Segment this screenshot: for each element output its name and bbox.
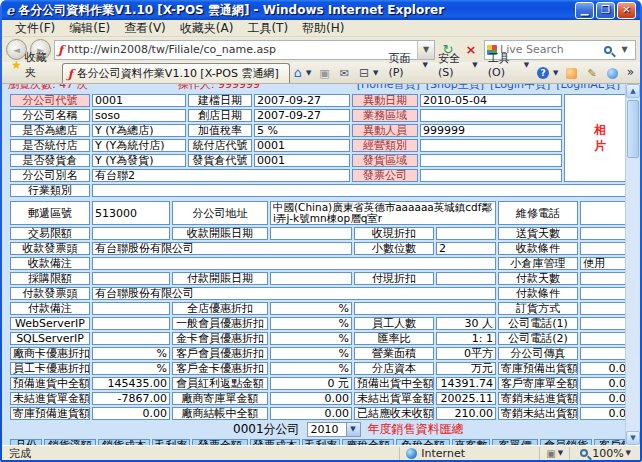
close-button[interactable]: ✕ xyxy=(617,2,636,19)
nav-link[interactable]: [Home首頁] xyxy=(357,84,420,91)
nav-link[interactable]: [LoginAE頁] xyxy=(556,84,620,91)
form-value-cell[interactable] xyxy=(420,169,562,182)
active-tab[interactable]: ƒ 各分公司資料作業V1.10 [X-POS 雲通網] xyxy=(62,63,290,83)
toolbar-button-mail[interactable]: ✉ xyxy=(336,66,355,83)
form-value-cell[interactable]: 2010-05-04 xyxy=(420,94,562,107)
toolbar-button-safety[interactable]: 安全(S)▼ xyxy=(432,49,482,83)
form-value-cell[interactable]: % xyxy=(92,362,170,375)
form-value-cell[interactable] xyxy=(92,302,170,315)
search-icon[interactable] xyxy=(604,46,612,54)
chevron-down-icon[interactable]: ▼ xyxy=(346,423,360,436)
toolbar-overflow-button[interactable]: » xyxy=(624,65,637,83)
form-label-cell: 付現折扣 xyxy=(354,272,434,285)
toolbar-button-page[interactable]: 页面(P)▼ xyxy=(382,49,432,83)
form-value-cell[interactable]: 0001 xyxy=(92,94,186,107)
form-value-cell[interactable]: 14391.74 xyxy=(436,377,496,390)
form-value-cell[interactable] xyxy=(420,109,562,122)
toolbar-button-feed[interactable]: ▣ xyxy=(315,66,335,83)
form-value-cell[interactable]: 1: 1 xyxy=(436,332,496,345)
form-value-cell[interactable]: % xyxy=(92,347,170,360)
form-value-cell[interactable] xyxy=(270,227,352,240)
favorites-button[interactable]: ★ 收藏夹 xyxy=(5,48,62,83)
toolbar-button-home[interactable]: ⌂▼ xyxy=(290,64,316,83)
zoom-control[interactable]: 100% ▼ xyxy=(569,447,637,460)
form-value-cell[interactable] xyxy=(420,154,562,167)
form-value-cell[interactable]: 有台聯股份有限公司 xyxy=(92,287,496,300)
scroll-up-button[interactable]: ▲ xyxy=(626,84,640,98)
form-value-cell[interactable] xyxy=(436,227,496,240)
form-value-cell[interactable]: 中國(China)廣東省英德市aaaaaa英城鎮cdf鄰i弄j-k號mn棟op層… xyxy=(270,201,496,225)
form-value-cell[interactable]: 30 人 xyxy=(436,317,496,330)
form-value-cell[interactable] xyxy=(420,139,562,152)
menu-item[interactable]: 查看(V) xyxy=(117,20,173,37)
form-value-cell[interactable]: 0001 xyxy=(254,139,350,152)
form-value-cell[interactable] xyxy=(92,332,170,345)
form-value-cell[interactable]: 0001 xyxy=(254,154,350,167)
window-title: 各分公司資料作業V1.10 [X-POS 雲通網] - Windows Inte… xyxy=(18,2,575,19)
form-value-cell[interactable]: 0.00 xyxy=(270,407,352,420)
form-value-cell[interactable]: 145435.00 xyxy=(92,377,170,390)
form-label-cell: 會員紅利返點金額 xyxy=(172,377,268,390)
year-select[interactable]: 2010 ▼ xyxy=(307,422,361,437)
menu-item[interactable]: 工具(T) xyxy=(240,20,295,37)
form-value-cell[interactable] xyxy=(92,272,170,285)
form-value-cell[interactable]: % xyxy=(270,317,352,330)
form-value-cell[interactable] xyxy=(270,272,352,285)
form-value-cell[interactable] xyxy=(92,257,496,270)
form-label-cell: 付款天數 xyxy=(498,272,578,285)
form-value-cell[interactable] xyxy=(354,302,496,315)
form-value-cell[interactable]: 2007-09-27 xyxy=(254,109,350,122)
form-value-cell[interactable]: 0.00 xyxy=(270,392,352,405)
form-value-cell[interactable]: % xyxy=(270,332,352,345)
form-value-cell[interactable]: 0 元 xyxy=(270,377,352,390)
form-value-cell[interactable]: 0.00 xyxy=(92,407,170,420)
form-value-cell[interactable]: 有台聯股份有限公司 xyxy=(92,242,352,255)
form-label-cell: WebServerIP xyxy=(10,317,90,330)
form-value-cell[interactable]: 210.00 xyxy=(436,407,496,420)
maximize-button[interactable]: ❐ xyxy=(596,2,615,19)
nav-link[interactable]: [Shop主頁] xyxy=(426,84,484,91)
form-value-cell[interactable]: 万元 xyxy=(436,362,496,375)
form-label-cell: 員工人數 xyxy=(354,317,434,330)
menu-item[interactable]: 收藏夹(A) xyxy=(173,20,241,37)
form-value-cell[interactable]: 20025.11 xyxy=(436,392,496,405)
form-value-cell[interactable]: 0平方 xyxy=(436,347,496,360)
form-value-cell[interactable]: 有台聯2 xyxy=(92,169,350,182)
form-label-cell: SQLServerIP xyxy=(10,332,90,345)
form-value-cell[interactable]: Y (Y為統付店) xyxy=(92,139,186,152)
nav-link[interactable]: [Login中頁] xyxy=(490,84,550,91)
menu-item[interactable]: 文件(F) xyxy=(8,20,62,37)
form-value-cell[interactable] xyxy=(92,317,170,330)
form-value-cell[interactable] xyxy=(436,272,496,285)
protected-mode-button[interactable]: ▣ ▼ xyxy=(539,447,569,460)
toolbar-button-tools[interactable]: 工具(O)▼ xyxy=(482,49,533,83)
form-value-cell[interactable]: % xyxy=(270,362,352,375)
form-value-cell[interactable]: % xyxy=(270,302,352,315)
menu-item[interactable]: 编辑(E) xyxy=(62,20,117,37)
toolbar-button-print[interactable]: ⊟▼ xyxy=(355,65,382,83)
form-value-cell[interactable]: -7867.00 xyxy=(92,392,170,405)
form-value-cell[interactable]: % xyxy=(270,347,352,360)
form-value-cell[interactable]: 5 % xyxy=(254,124,350,137)
menu-item[interactable]: 帮助(H) xyxy=(295,20,351,37)
photo-label: 片 xyxy=(567,141,633,152)
toolbar-button-user[interactable] xyxy=(562,66,583,83)
form-value-cell[interactable]: soso xyxy=(92,109,186,122)
scroll-thumb[interactable] xyxy=(627,100,639,158)
form-value-cell[interactable]: Y (Y為發貨) xyxy=(92,154,186,167)
form-value-cell[interactable]: 999999 xyxy=(420,124,562,137)
toolbar-button-edit[interactable]: ✎ xyxy=(583,66,602,83)
form-value-cell[interactable] xyxy=(92,184,636,197)
form-label-cell: 交易限額 xyxy=(10,227,90,240)
chevron-down-icon: ▼ xyxy=(306,69,311,77)
form-value-cell[interactable] xyxy=(92,227,170,240)
form-value-cell[interactable]: Y (Y為總店) xyxy=(92,124,186,137)
scroll-down-button[interactable]: ▼ xyxy=(626,431,640,445)
toolbar-button-help[interactable]: ?▼ xyxy=(533,65,562,83)
vertical-scrollbar[interactable]: ▲ ▼ xyxy=(625,84,640,445)
minimize-button[interactable]: ▁ xyxy=(575,2,594,19)
form-value-cell[interactable]: 2 xyxy=(436,242,496,255)
form-value-cell[interactable]: 513000 xyxy=(92,201,170,225)
toolbar-button-msn[interactable] xyxy=(603,66,624,83)
form-value-cell[interactable]: 2007-09-27 xyxy=(254,94,350,107)
